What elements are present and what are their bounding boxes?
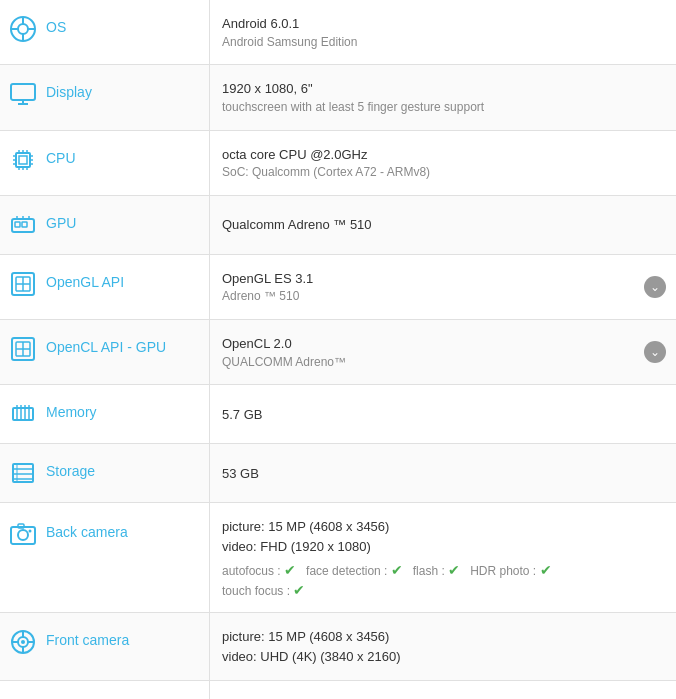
display-icon xyxy=(8,79,38,109)
svg-rect-37 xyxy=(13,408,33,420)
svg-rect-10 xyxy=(19,156,27,164)
value-features: accelerometer : ✔ altimeter : ✖ baromete… xyxy=(210,681,676,699)
row-opengl: OpenGL API OpenGL ES 3.1 Adreno ™ 510 ⌄ xyxy=(0,255,676,320)
label-os: OS xyxy=(0,0,210,64)
label-cpu: CPU xyxy=(0,131,210,195)
flash-check: ✔ xyxy=(448,562,460,578)
value-back-camera: picture: 15 MP (4608 x 3456) video: FHD … xyxy=(210,503,676,612)
opencl-sub: QUALCOMM Adreno™ xyxy=(222,354,664,371)
memory-icon xyxy=(8,399,38,429)
os-sub: Android Samsung Edition xyxy=(222,34,664,51)
label-storage-text: Storage xyxy=(46,458,95,479)
value-os: Android 6.0.1 Android Samsung Edition xyxy=(210,0,676,64)
os-main: Android 6.0.1 xyxy=(222,14,664,34)
hdr-check: ✔ xyxy=(540,562,552,578)
label-opengl-text: OpenGL API xyxy=(46,269,124,290)
row-memory: Memory 5.7 GB xyxy=(0,385,676,444)
back-camera-main: picture: 15 MP (4608 x 3456) video: FHD … xyxy=(222,517,664,556)
opengl-sub: Adreno ™ 510 xyxy=(222,288,664,305)
display-sub: touchscreen with at least 5 finger gestu… xyxy=(222,99,664,116)
label-gpu-text: GPU xyxy=(46,210,76,231)
label-opencl: OpenCL API - GPU xyxy=(0,320,210,384)
svg-rect-25 xyxy=(22,222,27,227)
value-opengl: OpenGL ES 3.1 Adreno ™ 510 ⌄ xyxy=(210,255,676,319)
storage-icon xyxy=(8,458,38,488)
face-detection-check: ✔ xyxy=(391,562,403,578)
label-features: Features xyxy=(0,681,210,699)
gpu-main: Qualcomm Adreno ™ 510 xyxy=(222,215,664,235)
label-opencl-text: OpenCL API - GPU xyxy=(46,334,166,355)
svg-point-54 xyxy=(29,530,32,533)
label-memory: Memory xyxy=(0,385,210,443)
row-features: Features accelerometer : ✔ altimeter : ✖… xyxy=(0,681,676,699)
front-camera-main: picture: 15 MP (4608 x 3456) video: UHD … xyxy=(222,627,664,666)
row-opencl: OpenCL API - GPU OpenCL 2.0 QUALCOMM Adr… xyxy=(0,320,676,385)
storage-main: 53 GB xyxy=(222,464,664,484)
value-memory: 5.7 GB xyxy=(210,385,676,443)
label-memory-text: Memory xyxy=(46,399,97,420)
svg-rect-24 xyxy=(15,222,20,227)
value-gpu: Qualcomm Adreno ™ 510 xyxy=(210,196,676,254)
front-camera-icon xyxy=(8,627,38,657)
opengl-main: OpenGL ES 3.1 xyxy=(222,269,664,289)
memory-main: 5.7 GB xyxy=(222,405,664,425)
cpu-icon xyxy=(8,145,38,175)
opengl-chevron[interactable]: ⌄ xyxy=(644,276,666,298)
svg-rect-6 xyxy=(11,84,35,100)
label-display-text: Display xyxy=(46,79,92,100)
os-icon xyxy=(8,14,38,44)
touch-focus-check: ✔ xyxy=(293,582,305,598)
display-main: 1920 x 1080, 6" xyxy=(222,79,664,99)
back-camera-icon xyxy=(8,519,38,549)
label-front-camera: Front camera xyxy=(0,613,210,680)
value-front-camera: picture: 15 MP (4608 x 3456) video: UHD … xyxy=(210,613,676,680)
cpu-sub: SoC: Qualcomm (Cortex A72 - ARMv8) xyxy=(222,164,664,181)
svg-rect-9 xyxy=(16,153,30,167)
back-camera-features-line2: touch focus : ✔ xyxy=(222,582,664,598)
back-camera-features-line1: autofocus : ✔ face detection : ✔ flash :… xyxy=(222,562,664,578)
label-os-text: OS xyxy=(46,14,66,35)
row-display: Display 1920 x 1080, 6" touchscreen with… xyxy=(0,65,676,130)
value-cpu: octa core CPU @2.0GHz SoC: Qualcomm (Cor… xyxy=(210,131,676,195)
value-opencl: OpenCL 2.0 QUALCOMM Adreno™ ⌄ xyxy=(210,320,676,384)
label-storage: Storage xyxy=(0,444,210,502)
opengl-icon xyxy=(8,269,38,299)
opencl-chevron[interactable]: ⌄ xyxy=(644,341,666,363)
label-display: Display xyxy=(0,65,210,129)
gpu-icon xyxy=(8,210,38,240)
value-display: 1920 x 1080, 6" touchscreen with at leas… xyxy=(210,65,676,129)
value-storage: 53 GB xyxy=(210,444,676,502)
svg-point-57 xyxy=(21,640,25,644)
label-front-camera-text: Front camera xyxy=(46,627,129,648)
label-cpu-text: CPU xyxy=(46,145,76,166)
row-cpu: CPU octa core CPU @2.0GHz SoC: Qualcomm … xyxy=(0,131,676,196)
label-opengl: OpenGL API xyxy=(0,255,210,319)
label-gpu: GPU xyxy=(0,196,210,254)
row-front-camera: Front camera picture: 15 MP (4608 x 3456… xyxy=(0,613,676,681)
opencl-main: OpenCL 2.0 xyxy=(222,334,664,354)
svg-point-52 xyxy=(18,530,28,540)
label-back-camera: Back camera xyxy=(0,503,210,612)
row-gpu: GPU Qualcomm Adreno ™ 510 xyxy=(0,196,676,255)
autofocus-check: ✔ xyxy=(284,562,296,578)
row-os: OS Android 6.0.1 Android Samsung Edition xyxy=(0,0,676,65)
cpu-main: octa core CPU @2.0GHz xyxy=(222,145,664,165)
row-storage: Storage 53 GB xyxy=(0,444,676,503)
features-row-1: accelerometer : ✔ altimeter : ✖ baromete… xyxy=(222,695,664,699)
row-back-camera: Back camera picture: 15 MP (4608 x 3456)… xyxy=(0,503,676,613)
label-back-camera-text: Back camera xyxy=(46,519,128,540)
svg-point-1 xyxy=(18,24,28,34)
opencl-icon xyxy=(8,334,38,364)
specs-table: OS Android 6.0.1 Android Samsung Edition… xyxy=(0,0,676,699)
